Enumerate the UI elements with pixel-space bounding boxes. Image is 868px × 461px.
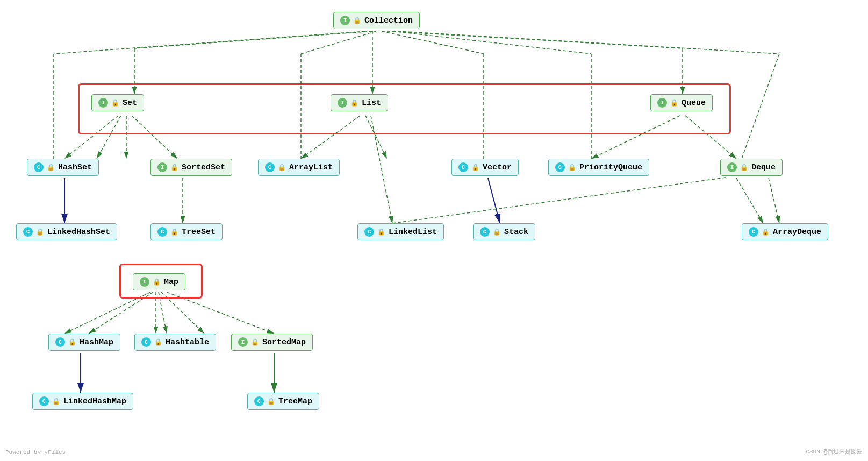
node-deque: I 🔒 Deque xyxy=(720,159,783,176)
node-collection: I 🔒 Collection xyxy=(333,12,420,29)
badge-c: C xyxy=(23,227,33,237)
badge-i: I xyxy=(340,16,350,25)
node-icon: 🔒 xyxy=(170,228,178,236)
badge-c: C xyxy=(364,227,374,237)
badge-c: C xyxy=(480,227,490,237)
node-icon: 🔒 xyxy=(251,338,259,346)
badge-c: C xyxy=(458,162,468,172)
node-hashset: C 🔒 HashSet xyxy=(27,159,99,176)
svg-line-4 xyxy=(387,31,683,48)
svg-line-12 xyxy=(392,31,591,54)
badge-c: C xyxy=(555,162,565,172)
node-hashmap: C 🔒 HashMap xyxy=(48,334,120,351)
node-icon: 🔒 xyxy=(377,228,385,236)
node-label: ArrayDeque xyxy=(773,228,821,237)
node-icon: 🔒 xyxy=(154,338,162,346)
svg-line-14 xyxy=(398,31,779,54)
badge-c: C xyxy=(265,162,275,172)
node-icon: 🔒 xyxy=(170,164,178,172)
badge-c: C xyxy=(157,227,167,237)
node-label: TreeSet xyxy=(182,228,216,237)
node-label: LinkedList xyxy=(389,228,437,237)
node-arraydeque: C 🔒 ArrayDeque xyxy=(742,223,828,240)
node-label: HashSet xyxy=(58,163,92,172)
node-stack: C 🔒 Stack xyxy=(473,223,535,240)
footer-left: Powered by yFiles xyxy=(5,449,66,456)
node-icon: 🔒 xyxy=(568,164,576,172)
node-label: Vector xyxy=(483,163,512,172)
node-icon: 🔒 xyxy=(278,164,286,172)
node-label: LinkedHashSet xyxy=(47,228,110,237)
node-label: Stack xyxy=(504,228,528,237)
svg-line-15 xyxy=(742,54,779,159)
node-label: TreeMap xyxy=(278,397,312,406)
node-priorityqueue: C 🔒 PriorityQueue xyxy=(548,159,649,176)
node-icon: 🔒 xyxy=(740,164,748,172)
node-sortedmap: I 🔒 SortedMap xyxy=(231,334,313,351)
svg-line-8 xyxy=(301,31,376,54)
node-sortedset: I 🔒 SortedSet xyxy=(150,159,232,176)
badge-i: I xyxy=(727,162,737,172)
node-label: Hashtable xyxy=(166,338,209,347)
node-icon: 🔒 xyxy=(52,398,60,406)
node-label: LinkedHashMap xyxy=(63,397,126,406)
node-icon: 🔒 xyxy=(36,228,44,236)
node-icon: 🔒 xyxy=(68,338,76,346)
node-treeset: C 🔒 TreeSet xyxy=(150,223,223,240)
node-icon: 🔒 xyxy=(493,228,501,236)
node-label: PriorityQueue xyxy=(579,163,642,172)
badge-c: C xyxy=(55,337,65,347)
svg-line-27 xyxy=(488,178,500,223)
badge-c: C xyxy=(141,337,151,347)
node-label: Deque xyxy=(751,163,776,172)
node-treemap: C 🔒 TreeMap xyxy=(247,393,319,410)
badge-c: C xyxy=(254,396,264,406)
svg-line-10 xyxy=(382,31,484,54)
node-icon: 🔒 xyxy=(267,398,275,406)
diagram-container: I 🔒 Collection I 🔒 Set I 🔒 List I 🔒 Queu… xyxy=(0,0,868,461)
node-icon: 🔒 xyxy=(762,228,770,236)
badge-c: C xyxy=(34,162,44,172)
node-linkedlist: C 🔒 LinkedList xyxy=(357,223,444,240)
badge-c: C xyxy=(39,396,49,406)
node-vector: C 🔒 Vector xyxy=(451,159,519,176)
badge-c: C xyxy=(749,227,758,237)
node-label: SortedMap xyxy=(262,338,306,347)
svg-line-1 xyxy=(134,31,372,48)
node-icon: 🔒 xyxy=(471,164,479,172)
badge-i: I xyxy=(157,162,167,172)
node-icon: 🔒 xyxy=(47,164,55,172)
svg-line-29 xyxy=(736,178,763,223)
red-box-map xyxy=(119,264,203,299)
node-linkedhashset: C 🔒 LinkedHashSet xyxy=(16,223,117,240)
footer-right: CSDN @倒过来是圆圈 xyxy=(806,448,863,456)
node-icon: 🔒 xyxy=(353,17,361,25)
node-label: HashMap xyxy=(80,338,113,347)
node-hashtable: C 🔒 Hashtable xyxy=(134,334,216,351)
badge-i: I xyxy=(238,337,248,347)
red-box-top xyxy=(78,83,731,134)
node-label: ArrayList xyxy=(289,163,333,172)
node-linkedhashmap: C 🔒 LinkedHashMap xyxy=(32,393,133,410)
node-label: SortedSet xyxy=(182,163,225,172)
node-label: Collection xyxy=(364,16,413,25)
svg-line-30 xyxy=(392,178,726,223)
node-arraylist: C 🔒 ArrayList xyxy=(258,159,340,176)
svg-line-28 xyxy=(769,178,779,223)
svg-line-6 xyxy=(54,31,365,54)
